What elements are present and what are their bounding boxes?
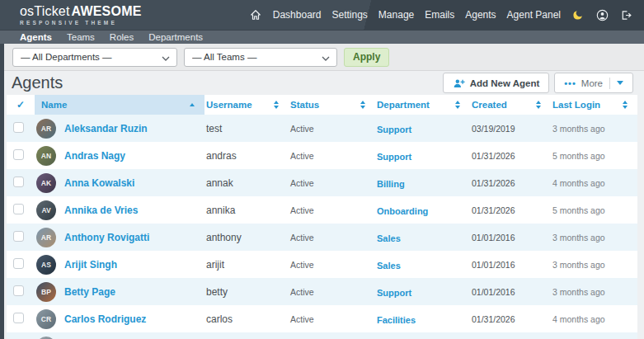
sign-out-icon[interactable] [619,8,632,21]
username-cell: annak [204,177,289,189]
row-checkbox[interactable] [13,204,24,214]
add-new-agent-button[interactable]: Add New Agent [443,73,550,93]
add-user-icon [453,78,465,88]
department-link[interactable]: Facilities [375,315,416,325]
top-nav-manage[interactable]: Manage [378,9,414,21]
filter-bar: — All Departments — — All Teams — Apply [4,44,644,71]
table-row-partial[interactable] [7,332,637,339]
created-cell: 03/19/2019 [470,124,551,134]
username-cell: anthony [204,232,289,243]
column-header-name[interactable]: Name [35,95,204,115]
table-body: AR Aleksandar Ruzin test Active Support … [7,115,637,332]
moon-icon[interactable] [571,8,585,21]
agent-name-link[interactable]: Anthony Rovigatti [64,232,149,243]
created-cell: 01/31/2026 [470,314,551,324]
logo-osticket: osTicket [20,4,70,18]
last-login-cell: 5 months ago [551,151,637,161]
sort-icon [623,101,628,109]
sidebar-edge [0,44,4,339]
column-header-status[interactable]: Status [289,95,375,115]
department-link[interactable]: Onboarding [375,206,428,216]
department-link[interactable]: Billing [375,179,405,189]
agent-name-link[interactable]: Annika de Vries [64,205,138,216]
departments-select[interactable]: — All Departments — [13,49,176,66]
teams-select[interactable]: — All Teams — [185,49,336,66]
status-cell: Active [289,124,375,134]
agent-name-link[interactable]: Carlos Rodriguez [64,313,146,325]
avatar: AS [36,255,56,275]
table-header-row: ✓ Name Username Status Department Create… [7,95,637,115]
department-link[interactable]: Support [375,125,411,134]
agents-table: ✓ Name Username Status Department Create… [7,95,637,339]
row-checkbox[interactable] [13,177,24,187]
username-cell: carlos [204,313,289,325]
agent-name-link[interactable]: Andras Nagy [64,150,125,162]
created-cell: 01/01/2016 [470,260,551,270]
column-label: Department [377,100,430,110]
row-checkbox[interactable] [13,122,24,133]
status-cell: Active [289,260,375,270]
agent-name-link[interactable]: Arijit Singh [64,259,117,271]
created-cell: 01/01/2016 [470,233,551,242]
table-row[interactable]: BP Betty Page betty Active Support 01/01… [7,278,637,305]
select-all-checkbox[interactable]: ✓ [7,99,35,111]
avatar: AK [36,173,56,193]
row-checkbox[interactable] [13,149,24,160]
row-checkbox[interactable] [13,313,24,323]
sub-nav-teams[interactable]: Teams [67,32,95,42]
department-link[interactable]: Support [375,288,411,298]
sub-nav-roles[interactable]: Roles [110,32,134,42]
status-cell: Active [289,287,375,297]
username-cell: betty [204,286,289,298]
table-row[interactable]: AR Anthony Rovigatti anthony Active Sale… [7,224,637,251]
column-label: Name [41,100,67,110]
top-nav-agents[interactable]: Agents [465,9,496,21]
table-row[interactable]: CR Carlos Rodriguez carlos Active Facili… [7,305,637,332]
column-header-department[interactable]: Department [375,95,470,115]
top-nav-settings[interactable]: Settings [332,9,368,21]
chevron-down-icon[interactable] [617,81,623,85]
column-label: Last Login [552,100,600,110]
logo-awesome: AWESOME [72,4,142,18]
departments-select-wrap: — All Departments — [12,48,177,67]
apply-button[interactable]: Apply [344,48,389,67]
sub-nav: Agents Teams Roles Departments [0,30,644,44]
agent-name-link[interactable]: Betty Page [64,286,115,298]
created-cell: 01/31/2026 [470,151,551,161]
created-cell: 01/31/2026 [470,205,551,215]
row-checkbox[interactable] [13,285,24,296]
department-link[interactable]: Support [375,152,411,162]
column-header-last-login[interactable]: Last Login [551,95,637,115]
status-cell: Active [289,151,375,161]
page-title: Agents [12,73,63,92]
avatar [36,337,56,339]
sub-nav-departments[interactable]: Departments [148,32,203,42]
table-row[interactable]: AR Aleksandar Ruzin test Active Support … [7,115,637,142]
top-nav-emails[interactable]: Emails [425,9,454,21]
sub-nav-agents[interactable]: Agents [20,32,52,42]
avatar: AR [36,119,56,139]
row-checkbox[interactable] [13,258,24,269]
top-nav-agent-panel[interactable]: Agent Panel [507,9,561,21]
table-row[interactable]: AV Annika de Vries annika Active Onboard… [7,196,637,224]
head-buttons: Add New Agent ••• More [443,73,633,93]
column-header-created[interactable]: Created [470,95,551,115]
home-icon[interactable] [249,8,262,21]
table-row[interactable]: AS Arijit Singh arijit Active Sales 01/0… [7,251,637,278]
department-link[interactable]: Sales [375,233,401,243]
user-circle-icon[interactable] [595,8,609,21]
column-label: Username [206,100,252,110]
agent-name-link[interactable]: Aleksandar Ruzin [64,123,148,134]
more-button[interactable]: ••• More [554,73,633,93]
last-login-cell: 3 months ago [551,260,637,270]
top-nav-dashboard[interactable]: Dashboard [273,9,322,21]
row-checkbox[interactable] [13,231,24,242]
table-row[interactable]: AK Anna Kowalski annak Active Billing 01… [7,169,637,196]
last-login-cell: 3 months ago [551,233,637,242]
last-login-cell: 4 months ago [551,178,637,188]
brand-logo[interactable]: osTicketAWESOME RESPONSIVE THEME [20,5,142,26]
department-link[interactable]: Sales [375,261,401,271]
table-row[interactable]: AN Andras Nagy andras Active Support 01/… [7,142,637,169]
column-header-username[interactable]: Username [204,95,289,115]
agent-name-link[interactable]: Anna Kowalski [64,177,134,189]
